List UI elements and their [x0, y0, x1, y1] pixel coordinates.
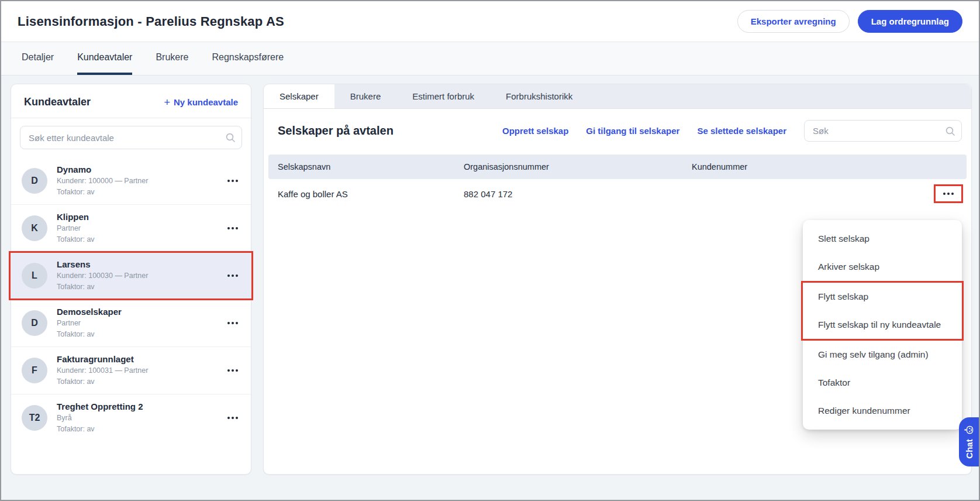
table-header-row: Selskapsnavn Organisasjonsnummer Kundenu…: [268, 155, 967, 179]
robot-icon: [964, 425, 974, 435]
menu-item-slett-selskap[interactable]: Slett selskap: [803, 225, 962, 253]
page-tabs: Detaljer Kundeavtaler Brukere Regnskapsf…: [1, 42, 979, 76]
agreement-item-dynamo[interactable]: D Dynamo Kundenr: 100000 — Partner Tofak…: [11, 157, 251, 204]
top-bar: Lisensinformasjon - Parelius Regnskap AS…: [1, 1, 979, 42]
chat-label: Chat: [964, 439, 974, 458]
company-search-input[interactable]: [804, 120, 962, 142]
agreement-twofactor: Tofaktor: av: [57, 187, 216, 198]
menu-item-flytt-selskap-til-ny-kundeavtale[interactable]: Flytt selskap til ny kundeavtale: [803, 311, 962, 339]
tab-estimert-forbruk[interactable]: Estimert forbruk: [396, 84, 490, 108]
view-deleted-companies-link[interactable]: Se slettede selskaper: [697, 126, 786, 136]
menu-item-arkiver-selskap[interactable]: Arkiver selskap: [803, 253, 962, 281]
column-organisasjonsnummer: Organisasjonsnummer: [464, 162, 692, 171]
agreement-item-treghet-oppretting-2[interactable]: T2 Treghet Oppretting 2 Byrå Tofaktor: a…: [11, 394, 251, 441]
red-annotation-box: Flytt selskap Flytt selskap til ny kunde…: [801, 281, 964, 341]
create-company-link[interactable]: Opprett selskap: [502, 126, 568, 136]
ellipsis-menu-icon[interactable]: [225, 317, 240, 329]
table-row[interactable]: Kaffe og boller AS 882 047 172: [268, 179, 967, 208]
tab-brukere[interactable]: Brukere: [156, 42, 188, 75]
sidebar-search-wrap: [11, 118, 251, 157]
agreement-name: Klippen: [57, 211, 216, 223]
header-actions: Eksporter avregning Lag ordregrunnlag: [737, 10, 962, 33]
agreement-subtitle: Byrå: [57, 413, 216, 424]
menu-item-tofaktor[interactable]: Tofaktor: [803, 369, 962, 397]
tab-selskaper[interactable]: Selskaper: [264, 84, 334, 108]
companies-table: Selskapsnavn Organisasjonsnummer Kundenu…: [268, 155, 967, 208]
agreement-subtitle: Kundenr: 100000 — Partner: [57, 176, 216, 187]
avatar: K: [22, 215, 47, 241]
search-icon: [225, 132, 236, 143]
agreement-subtitle: Kundenr: 100031 — Partner: [57, 365, 216, 376]
panel-tabs: Selskaper Brukere Estimert forbruk Forbr…: [264, 84, 971, 109]
avatar: D: [22, 168, 47, 194]
agreement-twofactor: Tofaktor: av: [57, 234, 216, 245]
page-title: Lisensinformasjon - Parelius Regnskap AS: [18, 14, 284, 29]
chat-button[interactable]: Chat: [959, 417, 979, 466]
row-ellipsis-menu-icon[interactable]: [941, 188, 956, 200]
ellipsis-menu-icon[interactable]: [225, 222, 240, 234]
avatar: T2: [22, 405, 47, 431]
agreement-name: Treghet Oppretting 2: [57, 401, 216, 413]
agreement-twofactor: Tofaktor: av: [57, 282, 216, 293]
agreement-name: Dynamo: [57, 164, 216, 176]
avatar: F: [22, 358, 47, 383]
company-name-cell: Kaffe og boller AS: [268, 189, 464, 199]
column-selskapsnavn: Selskapsnavn: [268, 162, 464, 171]
ellipsis-menu-icon[interactable]: [225, 365, 240, 376]
agreement-item-klippen[interactable]: K Klippen Partner Tofaktor: av: [11, 204, 251, 252]
export-settlement-button[interactable]: Eksporter avregning: [737, 10, 850, 33]
tab-forbrukshistorikk[interactable]: Forbrukshistorikk: [490, 84, 588, 108]
tab-detaljer[interactable]: Detaljer: [22, 42, 54, 75]
ellipsis-menu-icon[interactable]: [225, 175, 240, 187]
new-agreement-label: Ny kundeavtale: [174, 97, 238, 107]
agreement-twofactor: Tofaktor: av: [57, 424, 216, 435]
avatar: L: [22, 263, 47, 289]
tab-panel-brukere[interactable]: Brukere: [334, 84, 397, 108]
agreement-name: Demoselskaper: [57, 306, 216, 318]
agreement-item-demoselskaper[interactable]: D Demoselskaper Partner Tofaktor: av: [11, 299, 251, 346]
menu-item-flytt-selskap[interactable]: Flytt selskap: [803, 283, 962, 311]
ellipsis-menu-icon[interactable]: [225, 270, 240, 282]
content-area: Kundeavtaler + Ny kundeavtale D: [1, 76, 979, 500]
sidebar-title: Kundeavtaler: [24, 96, 91, 108]
column-kundenummer: Kundenummer: [692, 162, 967, 171]
section-title: Selskaper på avtalen: [278, 124, 394, 138]
org-number-cell: 882 047 172: [464, 189, 692, 199]
agreement-subtitle: Partner: [57, 223, 216, 234]
agreement-subtitle: Partner: [57, 318, 216, 329]
search-icon: [945, 126, 955, 136]
agreement-subtitle: Kundenr: 100030 — Partner: [57, 270, 216, 282]
tab-regnskapsforere[interactable]: Regnskapsførere: [212, 42, 284, 75]
red-annotation-box: [934, 184, 963, 203]
app-window: Lisensinformasjon - Parelius Regnskap AS…: [0, 0, 980, 501]
agreement-item-larsens[interactable]: L Larsens Kundenr: 100030 — Partner Tofa…: [11, 252, 251, 299]
agreement-twofactor: Tofaktor: av: [57, 376, 216, 387]
agreement-item-fakturagrunnlaget[interactable]: F Fakturagrunnlaget Kundenr: 100031 — Pa…: [11, 346, 251, 394]
menu-item-gi-meg-selv-tilgang[interactable]: Gi meg selv tilgang (admin): [803, 341, 962, 369]
section-header-row: Selskaper på avtalen Opprett selskap Gi …: [264, 109, 971, 152]
agreement-twofactor: Tofaktor: av: [57, 329, 216, 340]
tab-kundeavtaler[interactable]: Kundeavtaler: [77, 42, 132, 75]
companies-panel: Selskaper Brukere Estimert forbruk Forbr…: [263, 84, 972, 475]
agreement-name: Fakturagrunnlaget: [57, 354, 216, 365]
company-context-menu: Slett selskap Arkiver selskap Flytt sels…: [803, 220, 962, 430]
create-order-basis-button[interactable]: Lag ordregrunnlag: [858, 10, 962, 33]
avatar: D: [22, 310, 47, 336]
agreement-list: D Dynamo Kundenr: 100000 — Partner Tofak…: [11, 157, 251, 441]
new-agreement-link[interactable]: + Ny kundeavtale: [164, 97, 238, 108]
agreement-name: Larsens: [57, 259, 216, 270]
agreement-search-input[interactable]: [20, 126, 242, 149]
sidebar-header: Kundeavtaler + Ny kundeavtale: [11, 84, 251, 118]
plus-icon: +: [164, 97, 170, 108]
ellipsis-menu-icon[interactable]: [225, 412, 240, 424]
grant-access-link[interactable]: Gi tilgang til selskaper: [586, 126, 679, 136]
customer-agreements-panel: Kundeavtaler + Ny kundeavtale D: [11, 84, 251, 475]
menu-item-rediger-kundenummer[interactable]: Rediger kundenummer: [803, 397, 962, 425]
